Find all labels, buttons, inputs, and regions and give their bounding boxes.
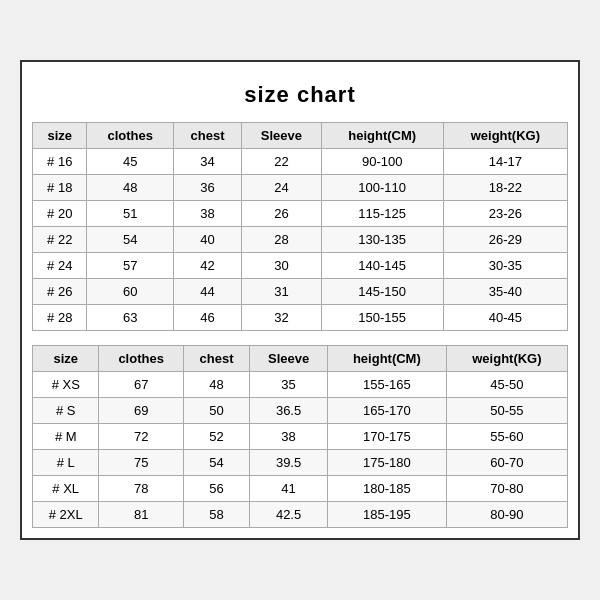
table-cell: 48 xyxy=(183,372,249,398)
table1-col-header: Sleeve xyxy=(242,123,322,149)
table-cell: # 28 xyxy=(33,305,87,331)
table-cell: # 26 xyxy=(33,279,87,305)
table-cell: 38 xyxy=(173,201,241,227)
table-cell: 57 xyxy=(87,253,173,279)
table-row: # 26604431145-15035-40 xyxy=(33,279,568,305)
table2-col-header: clothes xyxy=(99,346,183,372)
table-cell: 150-155 xyxy=(321,305,443,331)
table-cell: 175-180 xyxy=(327,450,446,476)
table-cell: 36.5 xyxy=(250,398,328,424)
table1-col-header: height(CM) xyxy=(321,123,443,149)
table2-header-row: sizeclotheschestSleeveheight(CM)weight(K… xyxy=(33,346,568,372)
table-cell: 56 xyxy=(183,476,249,502)
table-cell: 35 xyxy=(250,372,328,398)
table2-col-header: size xyxy=(33,346,99,372)
table-cell: 42 xyxy=(173,253,241,279)
table-cell: 52 xyxy=(183,424,249,450)
table-cell: 130-135 xyxy=(321,227,443,253)
table-cell: 170-175 xyxy=(327,424,446,450)
table-cell: 140-145 xyxy=(321,253,443,279)
table-cell: 145-150 xyxy=(321,279,443,305)
table1-body: # 1645342290-10014-17# 18483624100-11018… xyxy=(33,149,568,331)
table2-body: # XS674835155-16545-50# S695036.5165-170… xyxy=(33,372,568,528)
table-row: # 1645342290-10014-17 xyxy=(33,149,568,175)
table-cell: 35-40 xyxy=(443,279,567,305)
table-row: # 22544028130-13526-29 xyxy=(33,227,568,253)
table-cell: 42.5 xyxy=(250,502,328,528)
table2-col-header: Sleeve xyxy=(250,346,328,372)
table-row: # 24574230140-14530-35 xyxy=(33,253,568,279)
table-cell: 26-29 xyxy=(443,227,567,253)
table-row: # 2XL815842.5185-19580-90 xyxy=(33,502,568,528)
table-cell: 44 xyxy=(173,279,241,305)
table-cell: 31 xyxy=(242,279,322,305)
table-cell: 78 xyxy=(99,476,183,502)
table-cell: 34 xyxy=(173,149,241,175)
table-row: # 20513826115-12523-26 xyxy=(33,201,568,227)
table-cell: # 20 xyxy=(33,201,87,227)
table-cell: 69 xyxy=(99,398,183,424)
size-table-1: sizeclotheschestSleeveheight(CM)weight(K… xyxy=(32,122,568,331)
table-cell: # 24 xyxy=(33,253,87,279)
table-cell: 165-170 xyxy=(327,398,446,424)
table-cell: 58 xyxy=(183,502,249,528)
table-cell: 14-17 xyxy=(443,149,567,175)
table-cell: # 2XL xyxy=(33,502,99,528)
table-row: # 28634632150-15540-45 xyxy=(33,305,568,331)
table-cell: 38 xyxy=(250,424,328,450)
table-cell: 51 xyxy=(87,201,173,227)
table-cell: 155-165 xyxy=(327,372,446,398)
table-cell: 30 xyxy=(242,253,322,279)
table-row: # XS674835155-16545-50 xyxy=(33,372,568,398)
table-cell: 40-45 xyxy=(443,305,567,331)
table-cell: 22 xyxy=(242,149,322,175)
table-cell: 50 xyxy=(183,398,249,424)
table-cell: 54 xyxy=(87,227,173,253)
table-cell: 46 xyxy=(173,305,241,331)
table-cell: 45 xyxy=(87,149,173,175)
table-cell: 28 xyxy=(242,227,322,253)
table1-header-row: sizeclotheschestSleeveheight(CM)weight(K… xyxy=(33,123,568,149)
table-cell: 100-110 xyxy=(321,175,443,201)
chart-title: size chart xyxy=(32,72,568,122)
table-cell: 23-26 xyxy=(443,201,567,227)
table-cell: 36 xyxy=(173,175,241,201)
table-cell: # L xyxy=(33,450,99,476)
table2-col-header: chest xyxy=(183,346,249,372)
table-cell: # 22 xyxy=(33,227,87,253)
table-cell: 180-185 xyxy=(327,476,446,502)
table-cell: 30-35 xyxy=(443,253,567,279)
table-cell: # 18 xyxy=(33,175,87,201)
table-cell: # M xyxy=(33,424,99,450)
table1-col-header: clothes xyxy=(87,123,173,149)
table-cell: # 16 xyxy=(33,149,87,175)
table-cell: 41 xyxy=(250,476,328,502)
table2-col-header: height(CM) xyxy=(327,346,446,372)
table1-col-header: size xyxy=(33,123,87,149)
table-cell: 81 xyxy=(99,502,183,528)
table-cell: 39.5 xyxy=(250,450,328,476)
table-cell: 63 xyxy=(87,305,173,331)
table-cell: 48 xyxy=(87,175,173,201)
table-cell: 70-80 xyxy=(446,476,567,502)
table1-col-header: chest xyxy=(173,123,241,149)
table-cell: 55-60 xyxy=(446,424,567,450)
table-cell: 32 xyxy=(242,305,322,331)
table-row: # S695036.5165-17050-55 xyxy=(33,398,568,424)
table-cell: 24 xyxy=(242,175,322,201)
table-row: # 18483624100-11018-22 xyxy=(33,175,568,201)
table-row: # L755439.5175-18060-70 xyxy=(33,450,568,476)
table-cell: 45-50 xyxy=(446,372,567,398)
table-cell: 72 xyxy=(99,424,183,450)
table-cell: 54 xyxy=(183,450,249,476)
table-row: # M725238170-17555-60 xyxy=(33,424,568,450)
table-cell: 115-125 xyxy=(321,201,443,227)
table-cell: 185-195 xyxy=(327,502,446,528)
table-cell: 40 xyxy=(173,227,241,253)
table-cell: 50-55 xyxy=(446,398,567,424)
table-cell: 90-100 xyxy=(321,149,443,175)
table-cell: 60-70 xyxy=(446,450,567,476)
table-row: # XL785641180-18570-80 xyxy=(33,476,568,502)
table-cell: 60 xyxy=(87,279,173,305)
size-chart-container: size chart sizeclotheschestSleeveheight(… xyxy=(20,60,580,540)
